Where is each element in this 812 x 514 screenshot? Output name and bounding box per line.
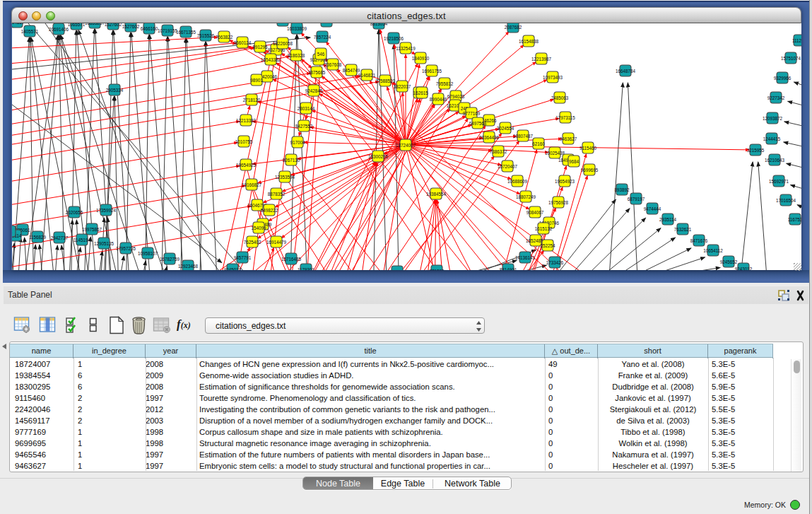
svg-text:917004: 917004: [290, 140, 305, 145]
svg-text:16961755: 16961755: [422, 69, 442, 74]
svg-text:17359924: 17359924: [96, 208, 117, 213]
svg-text:12905135: 12905135: [94, 241, 114, 246]
svg-text:9699695: 9699695: [581, 168, 599, 173]
svg-text:16543382: 16543382: [261, 57, 281, 62]
svg-text:893892: 893892: [614, 187, 630, 192]
svg-text:8660124: 8660124: [234, 40, 252, 45]
svg-text:14136141: 14136141: [515, 255, 536, 260]
svg-text:2718120: 2718120: [243, 98, 261, 103]
svg-text:19654923: 19654923: [555, 179, 575, 184]
svg-text:16648784: 16648784: [616, 69, 636, 74]
svg-text:2942737: 2942737: [51, 235, 69, 240]
svg-text:8814901: 8814901: [500, 267, 517, 271]
svg-text:10807487: 10807487: [513, 134, 534, 139]
svg-text:62615: 62615: [416, 90, 428, 95]
svg-text:8471676: 8471676: [690, 238, 708, 243]
svg-text:9777169: 9777169: [463, 111, 481, 116]
svg-text:15751074: 15751074: [781, 56, 801, 61]
svg-text:16154838: 16154838: [519, 39, 539, 44]
svg-text:16914479: 16914479: [266, 240, 287, 245]
svg-text:16782759: 16782759: [160, 257, 180, 262]
svg-text:20691406: 20691406: [49, 27, 69, 32]
svg-text:19756928: 19756928: [548, 200, 569, 205]
svg-text:2047682: 2047682: [318, 23, 336, 24]
svg-text:116753: 116753: [788, 217, 801, 222]
svg-text:9457791: 9457791: [234, 255, 252, 260]
svg-text:9242845: 9242845: [305, 88, 323, 93]
svg-text:10973493: 10973493: [543, 75, 563, 80]
svg-text:17588520: 17588520: [375, 78, 396, 83]
svg-text:1145194: 1145194: [73, 238, 91, 243]
svg-text:7632621: 7632621: [674, 227, 692, 232]
svg-text:10958107: 10958107: [138, 251, 158, 256]
svg-text:546: 546: [317, 52, 325, 57]
svg-text:9227342: 9227342: [767, 95, 785, 100]
svg-text:9329966: 9329966: [774, 76, 792, 81]
svg-text:16853257: 16853257: [85, 23, 105, 25]
svg-text:17957235: 17957235: [116, 246, 136, 251]
svg-text:771205: 771205: [429, 269, 445, 271]
svg-text:1527602: 1527602: [122, 24, 140, 29]
svg-text:3822037: 3822037: [394, 84, 411, 89]
svg-text:10719155: 10719155: [158, 28, 178, 33]
svg-text:7663822: 7663822: [216, 35, 233, 40]
svg-text:9084067: 9084067: [526, 210, 544, 215]
svg-text:252254: 252254: [540, 243, 555, 248]
svg-text:7857224: 7857224: [314, 35, 331, 40]
svg-text:154099: 154099: [251, 226, 266, 230]
svg-text:20364436: 20364436: [479, 135, 500, 140]
svg-text:19218506: 19218506: [384, 36, 404, 41]
svg-text:12093872: 12093872: [763, 116, 783, 121]
svg-text:1733426: 1733426: [546, 260, 564, 265]
svg-text:6794028: 6794028: [447, 94, 465, 99]
svg-text:7955812: 7955812: [436, 81, 454, 86]
svg-text:9115460: 9115460: [579, 146, 597, 151]
svg-text:18724007: 18724007: [396, 143, 416, 148]
svg-text:1615132: 1615132: [535, 226, 553, 231]
svg-text:1405571: 1405571: [21, 29, 39, 34]
svg-text:12213987: 12213987: [531, 57, 552, 62]
svg-text:15716485: 15716485: [281, 257, 302, 262]
svg-text:904557: 904557: [12, 23, 25, 25]
svg-text:5498222: 5498222: [261, 208, 278, 213]
svg-text:1010755: 1010755: [235, 139, 253, 144]
svg-text:19654925: 19654925: [236, 163, 257, 168]
svg-text:18226058: 18226058: [273, 41, 293, 46]
svg-text:16210643: 16210643: [765, 158, 785, 163]
svg-text:19384554: 19384554: [426, 192, 447, 197]
svg-text:7625402: 7625402: [244, 240, 261, 245]
svg-text:7515526: 7515526: [197, 33, 215, 38]
svg-text:2367608: 2367608: [324, 62, 342, 67]
svg-text:1244415: 1244415: [763, 136, 781, 141]
svg-text:12923468: 12923468: [178, 264, 199, 269]
svg-text:8454749: 8454749: [343, 68, 360, 73]
svg-text:18807249: 18807249: [516, 194, 536, 199]
svg-text:9463627: 9463627: [560, 136, 577, 141]
svg-text:10654112: 10654112: [703, 248, 723, 253]
svg-text:8813054: 8813054: [370, 23, 388, 26]
svg-text:1527602: 1527602: [105, 23, 122, 27]
svg-text:2087682: 2087682: [505, 25, 522, 30]
svg-text:18300295: 18300295: [368, 154, 389, 159]
svg-text:1065571: 1065571: [68, 23, 86, 27]
svg-text:15720407: 15720407: [498, 164, 518, 169]
svg-text:1840910: 1840910: [412, 56, 430, 61]
svg-text:17973115: 17973115: [555, 115, 575, 120]
svg-text:891295: 891295: [252, 45, 268, 49]
svg-text:3875685: 3875685: [308, 70, 326, 75]
svg-text:9474444: 9474444: [644, 206, 661, 211]
svg-text:6879197: 6879197: [628, 197, 645, 201]
svg-text:12213382: 12213382: [236, 118, 257, 123]
svg-text:12353594: 12353594: [275, 175, 295, 180]
svg-text:19975867: 19975867: [82, 227, 102, 232]
svg-text:6466160: 6466160: [141, 26, 158, 31]
svg-text:904410: 904410: [389, 269, 405, 271]
svg-text:7386372: 7386372: [490, 149, 507, 154]
svg-text:10688609: 10688609: [507, 179, 528, 184]
svg-text:3215955: 3215955: [747, 148, 765, 153]
svg-text:8267130: 8267130: [283, 158, 300, 163]
svg-text:8186328: 8186328: [288, 53, 305, 58]
svg-text:62160: 62160: [532, 141, 545, 146]
svg-text:2935114: 2935114: [659, 217, 677, 222]
svg-text:111204: 111204: [792, 38, 801, 43]
